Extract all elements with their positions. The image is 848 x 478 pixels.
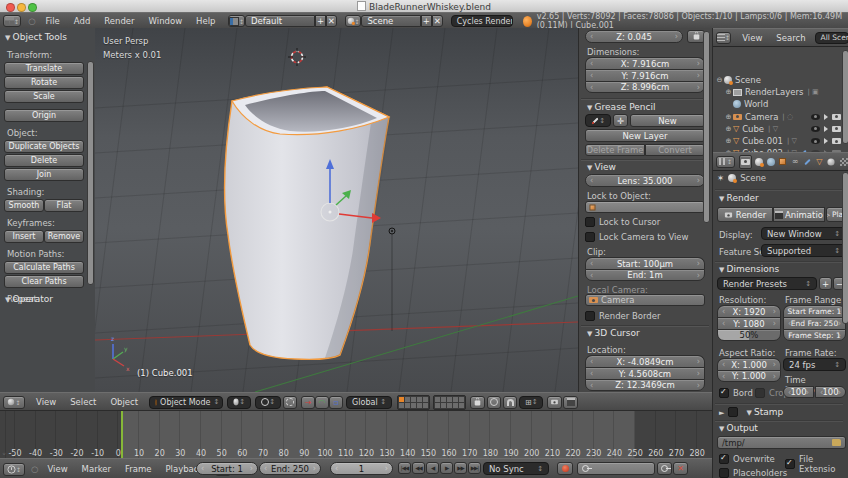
- manipulator-translate-button[interactable]: →: [301, 396, 315, 409]
- renderability-toggle[interactable]: [832, 114, 841, 120]
- remap-new-field[interactable]: 100: [815, 386, 846, 398]
- shading-select[interactable]: ↕: [227, 396, 251, 409]
- outliner-editor-type-button[interactable]: ↕: [716, 32, 731, 44]
- dimension-z-field[interactable]: Z: 8.996cm: [585, 81, 705, 93]
- convert-button[interactable]: Convert: [645, 144, 705, 156]
- delete-layout-button[interactable]: ✕: [326, 15, 337, 27]
- selectability-toggle[interactable]: [824, 114, 828, 120]
- tab-constraints[interactable]: ∞: [790, 156, 801, 168]
- jump-to-end-button[interactable]: ▶▶|: [468, 462, 481, 474]
- next-keyframe-button[interactable]: ▶▶: [454, 462, 467, 474]
- layer-cell[interactable]: [447, 403, 452, 408]
- display-select[interactable]: New Window↕: [761, 227, 846, 240]
- manipulator-rotate-button[interactable]: ◠: [315, 396, 329, 409]
- lock-to-scene-button[interactable]: [470, 396, 485, 409]
- file-extensions-checkbox[interactable]: File Extensio: [785, 454, 848, 474]
- tab-texture[interactable]: [838, 156, 848, 168]
- outliner-item-world[interactable]: World: [715, 98, 841, 110]
- frame-rate-select[interactable]: 24 fps↕: [783, 358, 846, 371]
- render-panel-header[interactable]: Render: [719, 193, 759, 203]
- operator-panel-header[interactable]: Operator: [5, 294, 53, 304]
- npanel-scrollbar[interactable]: [703, 31, 710, 223]
- dimensions-panel-header[interactable]: Dimensions: [719, 264, 779, 274]
- play-button[interactable]: ▶: [440, 462, 453, 474]
- outliner-menu-view[interactable]: View: [735, 33, 769, 43]
- render-engine-select[interactable]: Cycles Render↕: [451, 15, 513, 27]
- layer-cell[interactable]: [405, 397, 410, 402]
- end-frame-field[interactable]: End Fra: 250: [783, 317, 846, 329]
- layer-cell[interactable]: [399, 403, 404, 408]
- render-presets-select[interactable]: Render Presets↕: [717, 277, 817, 290]
- outliner-item-cube[interactable]: ⊕▽Cube| ▽: [715, 123, 841, 135]
- tool-button-rotate[interactable]: Rotate: [4, 76, 84, 89]
- resolution-percentage-slider[interactable]: 50%: [717, 329, 781, 341]
- layer-cell[interactable]: [459, 397, 464, 402]
- dimension-y-field[interactable]: Y: 7.916cm: [585, 69, 705, 81]
- render-animation-button[interactable]: Animatio: [773, 207, 825, 222]
- outliner-filter-select[interactable]: All Scenes: [815, 32, 848, 44]
- grease-stroke-placement-button[interactable]: ✛: [613, 114, 628, 127]
- lock-to-cursor-checkbox[interactable]: Lock to Cursor: [585, 217, 660, 227]
- layer-cell[interactable]: [453, 397, 458, 402]
- dimension-x-field[interactable]: X: 7.916cm: [585, 57, 705, 69]
- resolution-y-field[interactable]: Y: 1080: [717, 317, 781, 329]
- add-preset-button[interactable]: +: [819, 277, 832, 290]
- new-layer-button[interactable]: New Layer: [585, 129, 705, 142]
- mode-select[interactable]: Object Mode↕: [149, 396, 223, 409]
- view-panel-header[interactable]: View: [587, 162, 616, 172]
- expander-icon[interactable]: ⊖: [715, 76, 724, 84]
- keying-set-field[interactable]: [577, 462, 655, 475]
- scene-name-field[interactable]: Scene: [361, 15, 421, 27]
- outliner-menu-search[interactable]: Search: [769, 33, 812, 43]
- outliner-item-label[interactable]: Camera: [745, 112, 778, 122]
- add-layout-button[interactable]: +: [315, 15, 326, 27]
- remap-old-field[interactable]: 100: [783, 386, 814, 398]
- layer-cell[interactable]: [459, 403, 464, 408]
- screen-layout-icon-button[interactable]: ↕: [228, 15, 245, 27]
- output-path-field[interactable]: /tmp/: [717, 436, 846, 449]
- tool-button-join[interactable]: Join: [4, 168, 84, 181]
- end-frame-header-field[interactable]: End: 250: [259, 462, 321, 475]
- tab-modifiers[interactable]: [802, 156, 813, 168]
- layer-cell[interactable]: [399, 397, 404, 402]
- menu-file[interactable]: File: [39, 16, 67, 26]
- delete-scene-button[interactable]: ✕: [432, 15, 443, 27]
- viewport-menu-select[interactable]: Select: [63, 397, 103, 407]
- layer-cell[interactable]: [417, 403, 422, 408]
- grease-draw-select[interactable]: ↕: [585, 114, 611, 127]
- menu-window[interactable]: Window: [142, 16, 190, 26]
- aspect-x-field[interactable]: X: 1.000: [717, 358, 781, 370]
- properties-editor-type-button[interactable]: ↕: [716, 156, 735, 168]
- pin-icon[interactable]: ✶: [717, 173, 724, 183]
- delete-keyframe-button[interactable]: ✕: [673, 462, 688, 475]
- resolution-x-field[interactable]: X: 1920: [717, 305, 781, 317]
- clip-end-field[interactable]: End: 1m: [585, 269, 705, 281]
- selectability-toggle[interactable]: [824, 126, 828, 132]
- layer-cell[interactable]: [405, 403, 410, 408]
- lock-to-object-field[interactable]: [585, 201, 705, 213]
- overwrite-checkbox[interactable]: Overwrite: [719, 454, 775, 464]
- feature-set-select[interactable]: Supported↕: [761, 244, 846, 257]
- outliner-item-label[interactable]: Cube.001: [742, 136, 783, 146]
- render-button[interactable]: Render: [717, 207, 773, 222]
- aspect-y-field[interactable]: Y: 1.000: [717, 370, 781, 382]
- lens-field[interactable]: Lens: 35.000: [585, 174, 705, 187]
- layer-cell[interactable]: [441, 403, 446, 408]
- timeline-editor-type-button[interactable]: ↕: [3, 463, 25, 476]
- transform-z-field[interactable]: Z: 0.045: [585, 30, 683, 43]
- layer-cell[interactable]: [417, 397, 422, 402]
- tab-render[interactable]: [739, 155, 752, 169]
- outliner-item-label[interactable]: Scene: [735, 75, 761, 85]
- layers-grid-2[interactable]: [433, 395, 466, 410]
- placeholders-checkbox[interactable]: Placeholders: [719, 468, 787, 478]
- object-tools-panel-header[interactable]: Object Tools: [5, 32, 95, 42]
- toolshelf-scrollbar[interactable]: [87, 61, 94, 285]
- frame-step-field[interactable]: Frame Step: 1: [783, 329, 846, 341]
- viewport-menu-object[interactable]: Object: [103, 397, 145, 407]
- sync-select[interactable]: No Sync↕: [483, 462, 549, 475]
- local-camera-field[interactable]: Camera: [585, 294, 705, 306]
- outliner-item-label[interactable]: Cube: [742, 124, 764, 134]
- add-scene-button[interactable]: +: [421, 15, 432, 27]
- cursor-location-z-field[interactable]: Z: 12.3469cm: [585, 379, 705, 391]
- play-reverse-button[interactable]: ◀: [426, 462, 439, 474]
